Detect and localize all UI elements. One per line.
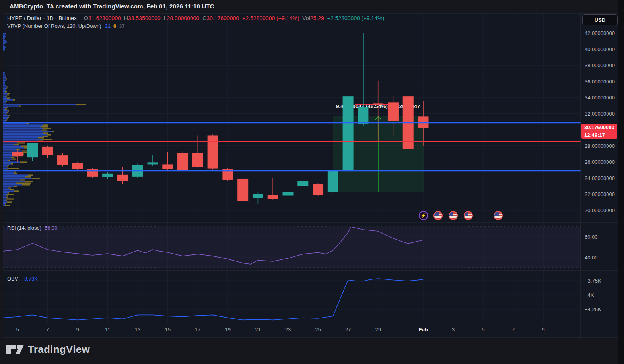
time-tick-label: 5 bbox=[16, 327, 19, 333]
time-tick-label: 9 bbox=[76, 327, 79, 333]
time-tick-label: 13 bbox=[135, 327, 140, 333]
price-tick-label: 38.00000000 bbox=[585, 62, 615, 68]
right-margin bbox=[618, 0, 624, 364]
us-flag-event-icon[interactable] bbox=[464, 211, 473, 220]
price-tick-label: 42.00000000 bbox=[585, 30, 615, 36]
symbol-title[interactable]: HYPE / Dollar · 1D · Bitfinex bbox=[7, 15, 77, 21]
time-tick-label: 5 bbox=[482, 327, 484, 333]
time-tick-label: 17 bbox=[195, 327, 200, 333]
flag-canton bbox=[449, 212, 453, 216]
rsi-tick-label: 60.00 bbox=[585, 234, 598, 240]
time-tick-label: Feb bbox=[418, 327, 428, 333]
tradingview-logo-text: TradingView bbox=[28, 343, 90, 356]
volume-change: +2.52800000 (+9.14%) bbox=[327, 15, 384, 21]
obv-legend[interactable]: OBV−3.73K bbox=[7, 276, 38, 282]
obv-title[interactable]: OBV bbox=[7, 276, 18, 282]
time-tick-label: 21 bbox=[255, 327, 260, 333]
time-tick-label: 23 bbox=[285, 327, 291, 333]
price-tick-label: 22.00000000 bbox=[585, 191, 615, 197]
lightning-event-icon[interactable]: ⚡ bbox=[419, 211, 428, 220]
open-value: 31.62300000 bbox=[88, 15, 121, 21]
flag-canton bbox=[465, 212, 468, 216]
high-value: 33.53500000 bbox=[128, 15, 161, 21]
time-tick-label: 29 bbox=[375, 327, 381, 333]
obv-tick-label: −4.25K bbox=[585, 306, 601, 312]
price-tick-label: 36.00000000 bbox=[585, 79, 615, 85]
page-title: AMBCrypto_TA created with TradingView.co… bbox=[10, 3, 214, 10]
symbol-legend[interactable]: HYPE / Dollar · 1D · BitfinexO31.6230000… bbox=[7, 15, 384, 21]
vrvp-title[interactable]: VRVP (Number Of Rows, 120, Up/Down) bbox=[7, 23, 101, 29]
rsi-value: 56.90 bbox=[45, 225, 58, 231]
price-tick-label: 40.00000000 bbox=[585, 46, 615, 52]
obv-value: −3.73K bbox=[21, 276, 38, 282]
price-tick-label: 34.00000000 bbox=[585, 95, 615, 101]
price-tick-label: 26.00000000 bbox=[585, 159, 615, 165]
low-value: 28.00000000 bbox=[167, 15, 199, 21]
rsi-legend[interactable]: RSI (14, close)56.90 bbox=[7, 225, 58, 231]
volume-value: 25.29 bbox=[310, 15, 324, 21]
close-value: 30.17600000 bbox=[206, 15, 239, 21]
time-tick-label: 7 bbox=[512, 327, 515, 333]
rsi-tick-label: 40.00 bbox=[585, 255, 598, 261]
bar-countdown: 12:49:17 bbox=[584, 131, 617, 139]
us-flag-event-icon[interactable] bbox=[449, 211, 458, 220]
time-tick-label: 15 bbox=[165, 327, 171, 333]
change-value: +2.52800000 (+9.14%) bbox=[242, 15, 299, 21]
price-tick-label: 32.00000000 bbox=[585, 111, 615, 117]
flag-canton bbox=[494, 212, 498, 216]
last-price-label: 30.17600000 12:49:17 bbox=[581, 124, 617, 139]
chart-background bbox=[3, 13, 618, 338]
high-label: H bbox=[124, 15, 128, 21]
vrvp-value-down: 37 bbox=[119, 23, 124, 29]
time-tick-label: 19 bbox=[225, 327, 231, 333]
obv-tick-label: −3.75K bbox=[585, 278, 601, 284]
time-tick-label: 7 bbox=[46, 327, 49, 333]
time-tick-label: 3 bbox=[452, 327, 455, 333]
last-price-value: 30.17600000 bbox=[584, 124, 617, 131]
time-tick-label: 11 bbox=[105, 327, 111, 333]
rsi-title[interactable]: RSI (14, close) bbox=[7, 225, 41, 231]
tradingview-chart-window: 9.42000047 (42.54%)9.42000047 AMBCrypto_… bbox=[0, 0, 624, 364]
volume-label: Vol bbox=[302, 15, 310, 21]
price-tick-label: 28.00000000 bbox=[585, 143, 615, 149]
time-tick-label: 25 bbox=[315, 327, 321, 333]
vrvp-legend[interactable]: VRVP (Number Of Rows, 120, Up/Down)31637 bbox=[7, 23, 125, 29]
tradingview-logo-icon bbox=[6, 343, 25, 356]
vrvp-value-up: 6 bbox=[113, 23, 116, 29]
price-tick-label: 20.00000000 bbox=[585, 207, 615, 213]
vrvp-value-rows: 31 bbox=[105, 23, 111, 29]
flag-canton bbox=[434, 212, 438, 216]
time-tick-label: 27 bbox=[345, 327, 351, 333]
close-label: C bbox=[202, 15, 206, 21]
tradingview-logo[interactable]: TradingView bbox=[6, 343, 90, 356]
time-tick-label: 9 bbox=[542, 327, 545, 333]
obv-tick-label: −4K bbox=[585, 292, 594, 298]
price-tick-label: 24.00000000 bbox=[585, 175, 615, 181]
open-label: O bbox=[84, 15, 88, 21]
currency-toggle-button[interactable]: USD bbox=[582, 14, 618, 25]
